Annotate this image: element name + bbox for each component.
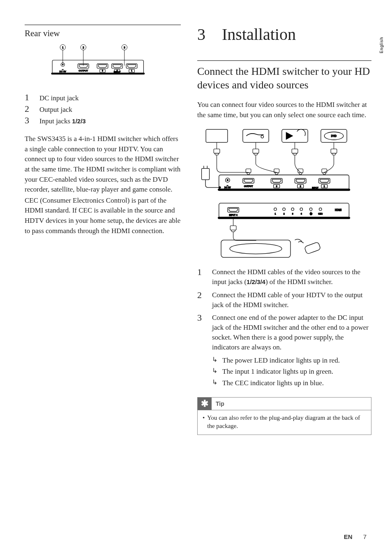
svg-text:1: 1 (275, 213, 276, 215)
rear-view-heading: Rear view (25, 25, 181, 39)
rear-view-legend: 1 DC input jack 2 Output jack 3 Input ja… (25, 92, 181, 126)
arrow-icon: ↳ (212, 367, 217, 377)
chapter-heading: 3 Installation (197, 25, 371, 44)
legend-text: DC input jack (39, 94, 78, 102)
step-sub-item: ↳ The CEC indicator lights up in blue. (212, 378, 371, 388)
paragraph: The SWS3435 is a 4-in-1 HDMI switcher wh… (25, 134, 181, 195)
svg-point-76 (309, 208, 312, 210)
arrow-icon: ↳ (212, 378, 217, 388)
svg-text:3: 3 (276, 185, 277, 187)
legend-number: 2 (25, 104, 32, 114)
left-column: Rear view 1 2 3 ⎓ (25, 25, 181, 435)
svg-rect-38 (202, 169, 210, 180)
legend-item: 1 DC input jack (25, 92, 181, 103)
tip-body: • You can also refer to the plug-and-pla… (198, 410, 371, 435)
svg-text:1: 1 (62, 46, 64, 49)
step-sub-item: ↳ The input 1 indicator lights up in gre… (212, 367, 371, 377)
svg-text:HDMI: HDMI (335, 208, 341, 211)
paragraph: CEC (Consumer Electronics Control) is pa… (25, 196, 181, 236)
svg-text:DC 5V: DC 5V (224, 187, 231, 189)
svg-text:DC 5V: DC 5V (60, 70, 67, 73)
step-number: 1 (197, 267, 205, 287)
step-text: Connect the HDMI cable of your HDTV to t… (212, 290, 371, 310)
svg-rect-37 (331, 149, 337, 153)
svg-text:1: 1 (131, 69, 132, 72)
svg-rect-30 (282, 130, 308, 143)
svg-point-12 (62, 64, 63, 65)
right-column: 3 Installation Connect the HDMI switcher… (197, 25, 371, 435)
section-heading: Connect the HDMI switcher to your HD dev… (197, 60, 371, 92)
sub-text: The CEC indicator lights up in blue. (222, 378, 324, 388)
svg-text:4: 4 (301, 213, 302, 215)
tip-box: ✱ Tip • You can also refer to the plug-a… (197, 397, 371, 435)
svg-rect-43 (218, 189, 350, 191)
svg-rect-36 (292, 149, 298, 153)
step-text: Connect one end of the power adapter to … (212, 313, 371, 352)
svg-point-45 (227, 180, 228, 181)
svg-rect-82 (221, 240, 291, 257)
svg-text:OUTPUT: OUTPUT (78, 69, 88, 72)
connection-diagram: DVD (197, 127, 371, 262)
svg-text:2: 2 (300, 185, 301, 187)
footer-page-number: 7 (363, 533, 367, 540)
step-sub-item: ↳ The power LED indicator lights up in r… (212, 356, 371, 365)
tip-text: You can also refer to the plug-and-play … (207, 414, 366, 430)
svg-rect-81 (230, 226, 236, 230)
svg-point-78 (319, 208, 322, 210)
legend-number: 1 (25, 92, 32, 103)
svg-text:INPUT: INPUT (312, 187, 319, 190)
tip-label: Tip (212, 398, 228, 410)
svg-text:2: 2 (83, 46, 84, 49)
tip-header: ✱ Tip (198, 398, 371, 410)
step-number: 2 (197, 290, 205, 310)
installation-steps: 1 Connect the HDMI cables of the video s… (197, 267, 371, 388)
svg-point-74 (300, 208, 302, 210)
svg-rect-35 (253, 149, 259, 153)
arrow-icon: ↳ (212, 356, 217, 365)
sub-text: The power LED indicator lights up in red… (222, 356, 340, 365)
rear-view-diagram: 1 2 3 ⎓ DC 5V (37, 43, 148, 84)
legend-text: Input jacks 1/2/3 (39, 117, 86, 125)
page-footer: EN 7 (344, 533, 367, 540)
svg-text:CEC: CEC (318, 213, 323, 215)
svg-text:3: 3 (292, 213, 293, 215)
legend-number: 3 (25, 115, 32, 126)
step-item: 1 Connect the HDMI cables of the video s… (197, 267, 371, 287)
svg-text:3: 3 (102, 69, 103, 72)
svg-text:DVD: DVD (331, 134, 337, 137)
svg-text:INPUT 4: INPUT 4 (229, 214, 238, 216)
svg-rect-65 (218, 217, 350, 219)
legend-item: 3 Input jacks 1/2/3 (25, 115, 181, 126)
sub-text: The input 1 indicator lights up in green… (222, 367, 333, 377)
step-item: 2 Connect the HDMI cable of your HDTV to… (197, 290, 371, 310)
step-number: 3 (197, 313, 205, 352)
footer-lang: EN (344, 533, 353, 540)
svg-rect-34 (214, 149, 220, 153)
svg-point-70 (283, 208, 285, 210)
legend-item: 2 Output jack (25, 104, 181, 114)
svg-point-83 (230, 244, 282, 254)
svg-point-68 (274, 208, 277, 210)
step-text: Connect the HDMI cables of the video sou… (212, 267, 371, 287)
svg-rect-84 (304, 242, 321, 254)
step-item: 3 Connect one end of the power adapter t… (197, 313, 371, 352)
asterisk-icon: ✱ (198, 398, 212, 410)
svg-point-29 (261, 136, 263, 138)
chapter-number: 3 (197, 25, 218, 44)
chapter-title: Installation (222, 25, 296, 44)
svg-text:2: 2 (284, 213, 285, 215)
bullet-icon: • (203, 414, 205, 430)
svg-text:⏻: ⏻ (310, 212, 312, 215)
paragraph: You can connect four video sources to th… (197, 100, 371, 120)
svg-point-72 (291, 208, 294, 210)
legend-text: Output jack (39, 106, 72, 114)
svg-rect-42 (219, 175, 349, 190)
page-columns: Rear view 1 2 3 ⎓ (25, 25, 371, 435)
language-tab: English (379, 37, 384, 53)
svg-rect-10 (51, 73, 145, 74)
svg-rect-27 (206, 130, 228, 143)
svg-text:3: 3 (124, 46, 125, 49)
svg-text:2: 2 (116, 69, 118, 72)
svg-text:1: 1 (324, 185, 325, 187)
svg-text:OUTPUT: OUTPUT (244, 185, 253, 187)
